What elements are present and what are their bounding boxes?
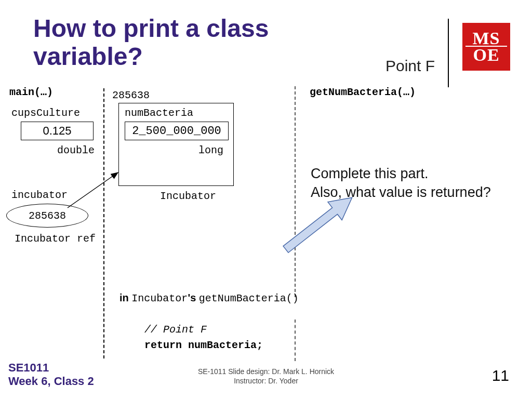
prompt-line-1: Complete this part. (311, 166, 429, 181)
point-f-label: Point F (385, 57, 435, 75)
getnumbacteria-label: getNumBacteria(…) (310, 86, 416, 98)
numbacteria-fieldname: numBacteria (125, 107, 193, 119)
stack-divider-2-top (295, 86, 296, 297)
cupsculture-value-box: 0.125 (21, 122, 94, 140)
instruction-text: Complete this part. Also, what value is … (311, 164, 532, 202)
main-method-label: main(…) (9, 86, 53, 98)
msoe-logo-text: MSOE (473, 30, 500, 64)
slide-number: 11 (492, 367, 509, 384)
svg-line-1 (68, 172, 118, 208)
msoe-logo: MSOE (462, 23, 510, 71)
slide-title: How to print a class variable? (33, 15, 324, 71)
code-return-stmt: return numBacteria; (144, 339, 263, 351)
vertical-separator (448, 19, 449, 87)
object-address-label: 285638 (112, 89, 150, 101)
code-snippet: in Incubator's getNumBacteria() // Point… (119, 290, 299, 353)
prompt-line-2: Also, what value is returned? (311, 184, 491, 200)
numbacteria-value-box: 2_500_000_000 (125, 122, 229, 140)
code-in-keyword: in (119, 292, 131, 303)
double-type-label: double (57, 144, 95, 156)
code-comment-point-f: // Point F (144, 324, 207, 336)
incubator-ref-kind: Incubator ref (15, 233, 96, 245)
code-class: Incubator (131, 292, 188, 304)
code-possessive: 's (188, 292, 198, 303)
instructor-credit: Instructor: Dr. Yoder (234, 377, 298, 385)
long-type-label: long (198, 144, 223, 156)
stack-divider-1 (103, 88, 104, 358)
incubator-ref-oval: 285638 (6, 204, 88, 228)
slide: { "title": "How to print a class variabl… (0, 0, 532, 399)
cupsculture-varname: cupsCulture (11, 107, 80, 119)
slide-design-credit: SE-1011 Slide design: Dr. Mark L. Hornic… (198, 367, 334, 376)
incubator-varname: incubator (11, 189, 68, 201)
code-method: getNumBacteria() (199, 292, 299, 304)
incubator-class-label: Incubator (160, 190, 216, 202)
footer-attribution: SE-1011 Slide design: Dr. Mark L. Hornic… (0, 367, 532, 385)
